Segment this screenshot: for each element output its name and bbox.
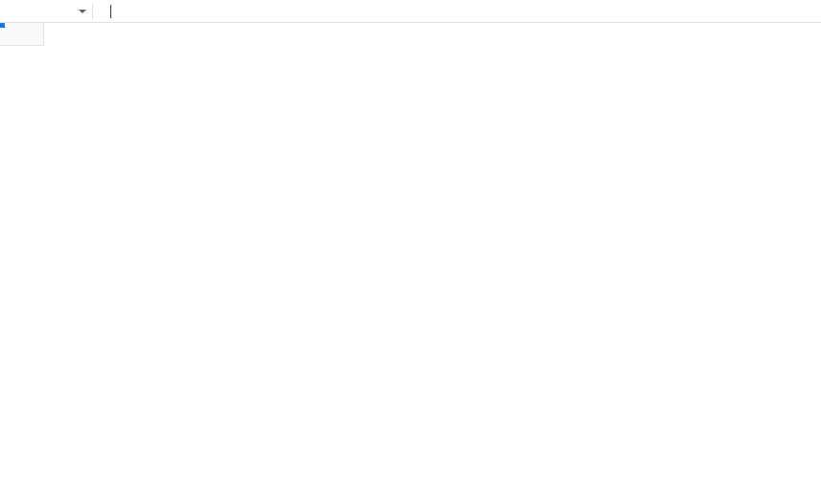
cell-selection [0, 23, 4, 27]
chevron-down-icon[interactable] [79, 10, 86, 13]
text-cursor [110, 5, 111, 18]
select-all-corner[interactable] [0, 23, 44, 46]
fill-handle[interactable] [0, 23, 5, 28]
divider [92, 4, 93, 19]
spreadsheet-grid [0, 23, 821, 504]
name-box[interactable] [0, 0, 92, 22]
formula-bar [0, 0, 821, 23]
formula-input[interactable] [110, 0, 821, 22]
